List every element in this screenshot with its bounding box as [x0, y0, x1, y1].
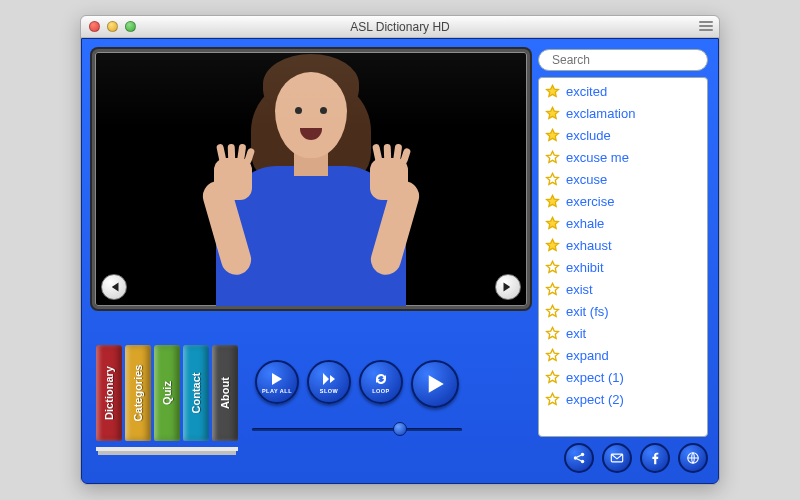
favorite-star-icon[interactable] [545, 282, 560, 297]
word-label: expand [566, 348, 609, 363]
word-label: exhaust [566, 238, 612, 253]
nav-book-label: Quiz [161, 381, 173, 405]
slow-label: SLOW [320, 388, 339, 394]
favorite-star-icon[interactable] [545, 392, 560, 407]
word-label: excited [566, 84, 607, 99]
word-item[interactable]: expand [539, 344, 707, 366]
app-window: ASL Dictionary HD [80, 15, 720, 485]
word-item[interactable]: exclamation [539, 102, 707, 124]
favorite-star-icon[interactable] [545, 84, 560, 99]
word-item[interactable]: exit [539, 322, 707, 344]
email-button[interactable] [602, 443, 632, 473]
search-input[interactable] [552, 53, 702, 67]
social-buttons [538, 443, 708, 473]
nav-book-label: Contact [190, 373, 202, 414]
word-label: exhale [566, 216, 604, 231]
favorite-star-icon[interactable] [545, 172, 560, 187]
word-item[interactable]: expect (2) [539, 388, 707, 410]
word-item[interactable]: exhaust [539, 234, 707, 256]
play-all-button[interactable]: PLAY ALL [255, 360, 299, 404]
word-item[interactable]: exist [539, 278, 707, 300]
titlebar: ASL Dictionary HD [81, 16, 719, 38]
word-item[interactable]: expect (1) [539, 366, 707, 388]
word-item[interactable]: exit (fs) [539, 300, 707, 322]
favorite-star-icon[interactable] [545, 128, 560, 143]
favorite-star-icon[interactable] [545, 106, 560, 121]
facebook-button[interactable] [640, 443, 670, 473]
loop-label: LOOP [372, 388, 390, 394]
video-player[interactable] [92, 49, 530, 309]
nav-book-categories[interactable]: Categories [125, 345, 151, 441]
nav-book-label: About [219, 377, 231, 409]
search-field[interactable] [538, 49, 708, 71]
favorite-star-icon[interactable] [545, 238, 560, 253]
sidebar: excitedexclamationexcludeexcuse meexcuse… [538, 49, 708, 473]
menu-icon[interactable] [699, 19, 713, 33]
share-button[interactable] [564, 443, 594, 473]
favorite-star-icon[interactable] [545, 326, 560, 341]
nav-book-contact[interactable]: Contact [183, 345, 209, 441]
progress-slider[interactable] [252, 422, 462, 436]
word-label: expect (1) [566, 370, 624, 385]
word-list[interactable]: excitedexclamationexcludeexcuse meexcuse… [538, 77, 708, 437]
nav-book-dictionary[interactable]: Dictionary [96, 345, 122, 441]
svg-point-3 [581, 453, 585, 457]
word-label: exclamation [566, 106, 635, 121]
word-item[interactable]: exercise [539, 190, 707, 212]
window-title: ASL Dictionary HD [81, 20, 719, 34]
favorite-star-icon[interactable] [545, 150, 560, 165]
favorite-star-icon[interactable] [545, 304, 560, 319]
next-video-button[interactable] [495, 274, 521, 300]
nav-book-label: Categories [132, 365, 144, 422]
word-label: excuse me [566, 150, 629, 165]
slow-button[interactable]: SLOW [307, 360, 351, 404]
favorite-star-icon[interactable] [545, 370, 560, 385]
nav-book-about[interactable]: About [212, 345, 238, 441]
favorite-star-icon[interactable] [545, 216, 560, 231]
prev-video-button[interactable] [101, 274, 127, 300]
word-label: excuse [566, 172, 607, 187]
nav-book-quiz[interactable]: Quiz [154, 345, 180, 441]
word-label: exit (fs) [566, 304, 609, 319]
word-item[interactable]: excuse me [539, 146, 707, 168]
svg-point-4 [581, 460, 585, 464]
word-item[interactable]: exclude [539, 124, 707, 146]
word-item[interactable]: excited [539, 80, 707, 102]
word-label: exclude [566, 128, 611, 143]
playback-controls: PLAY ALL SLOW LOOP [252, 360, 462, 436]
play-all-label: PLAY ALL [262, 388, 292, 394]
word-item[interactable]: exhibit [539, 256, 707, 278]
favorite-star-icon[interactable] [545, 260, 560, 275]
bookshelf-nav: DictionaryCategoriesQuizContactAbout [96, 345, 238, 451]
favorite-star-icon[interactable] [545, 348, 560, 363]
word-label: exercise [566, 194, 614, 209]
app-body: DictionaryCategoriesQuizContactAbout PLA… [81, 38, 719, 484]
play-button[interactable] [411, 360, 459, 408]
word-label: exist [566, 282, 593, 297]
favorite-star-icon[interactable] [545, 194, 560, 209]
loop-button[interactable]: LOOP [359, 360, 403, 404]
nav-book-label: Dictionary [103, 366, 115, 420]
word-item[interactable]: exhale [539, 212, 707, 234]
web-button[interactable] [678, 443, 708, 473]
word-label: expect (2) [566, 392, 624, 407]
word-item[interactable]: excuse [539, 168, 707, 190]
word-label: exit [566, 326, 586, 341]
bottom-controls: DictionaryCategoriesQuizContactAbout PLA… [92, 323, 530, 473]
word-label: exhibit [566, 260, 604, 275]
video-content [186, 76, 436, 306]
svg-point-2 [574, 456, 578, 460]
left-column: DictionaryCategoriesQuizContactAbout PLA… [92, 49, 530, 473]
